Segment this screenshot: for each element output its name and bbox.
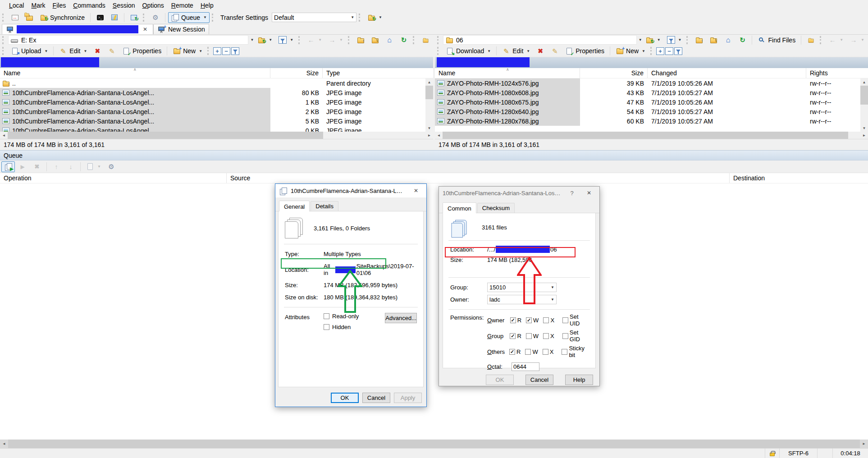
owner-write-checkbox[interactable] [526, 317, 532, 323]
readonly-checkbox[interactable] [324, 313, 329, 319]
menu-options[interactable]: Options [139, 1, 168, 10]
file-row[interactable]: ZAYO-Photo-RMH-1080x675.jpg 47 KB 7/1/20… [435, 97, 860, 107]
home-directory-button[interactable] [721, 35, 735, 46]
refresh-panel-button[interactable] [736, 35, 749, 46]
file-row[interactable]: 10thCumbreFlamenca-Adrian-Santana-LosAng… [0, 126, 425, 132]
open-in-putty-button[interactable] [108, 12, 121, 23]
column-header-destination[interactable]: Destination [730, 173, 868, 183]
toolbar-grip[interactable] [686, 36, 690, 44]
cancel-button[interactable]: Cancel [525, 375, 553, 385]
delete-button[interactable] [534, 46, 547, 56]
delete-button[interactable] [91, 46, 104, 56]
close-icon[interactable] [141, 26, 149, 33]
forward-button[interactable] [847, 35, 867, 46]
file-row[interactable]: ZAYO-Photo-RMH-1080x608.jpg 43 KB 7/1/20… [435, 88, 860, 97]
column-header-name[interactable]: Name [435, 68, 580, 78]
file-row[interactable]: 10thCumbreFlamenca-Adrian-Santana-LosAng… [0, 97, 425, 107]
queue-resume-button[interactable] [16, 161, 29, 172]
group-read-checkbox[interactable] [510, 333, 516, 339]
scroll-right-icon[interactable] [860, 440, 868, 448]
column-header-size[interactable]: Size [580, 68, 648, 78]
scrollbar-thumb[interactable] [425, 86, 433, 99]
scrollbar-thumb[interactable] [443, 132, 848, 139]
queue-toggle-button[interactable]: Queue [168, 12, 210, 23]
root-directory-button[interactable] [368, 35, 382, 46]
chevron-down-icon[interactable] [250, 38, 254, 42]
group-combo[interactable]: 15010 [487, 283, 557, 292]
selection-filter-icon[interactable] [231, 47, 239, 55]
remote-horizontal-scrollbar[interactable] [435, 132, 868, 139]
queue-preferences-button[interactable] [105, 161, 118, 172]
synchronize-browsing-button[interactable] [23, 12, 36, 23]
file-row[interactable]: 10thCumbreFlamenca-Adrian-Santana-LosAng… [0, 107, 425, 116]
unselect-files-button[interactable]: − [665, 47, 673, 55]
edit-button[interactable]: Edit [499, 46, 533, 56]
scroll-down-icon[interactable] [425, 124, 433, 132]
filter-button[interactable] [664, 35, 685, 46]
group-write-checkbox[interactable] [526, 333, 532, 339]
toolbar-grip[interactable] [143, 14, 146, 22]
file-row[interactable]: ZAYO-Photo-RMH-1024x576.jpg 39 KB 7/1/20… [435, 78, 860, 88]
group-execute-checkbox[interactable] [543, 333, 549, 339]
rename-button[interactable] [105, 46, 119, 56]
scrollbar-thumb[interactable] [8, 440, 860, 448]
protocol-cell[interactable]: SFTP-6 [780, 449, 818, 458]
session-settings-button[interactable] [365, 12, 385, 23]
octal-input[interactable] [512, 362, 539, 371]
column-header-changed[interactable]: Changed [648, 68, 806, 78]
scroll-right-icon[interactable] [425, 132, 433, 139]
ok-button[interactable]: OK [486, 375, 514, 385]
queue-move-down-button[interactable] [64, 161, 78, 172]
remote-path-label[interactable] [435, 57, 868, 68]
column-header-operation[interactable]: Operation [0, 173, 227, 183]
scroll-down-icon[interactable] [860, 124, 868, 132]
queue-list[interactable] [0, 183, 868, 440]
help-button[interactable]: Help [565, 375, 593, 385]
refresh-button[interactable] [127, 12, 141, 23]
tab-checksum[interactable]: Checksum [477, 203, 515, 213]
filter-button[interactable] [276, 35, 296, 46]
cancel-button[interactable]: Cancel [362, 393, 390, 403]
root-directory-button[interactable] [707, 35, 720, 46]
file-row[interactable]: ZAYO-Photo-RMH-1280x768.jpg 60 KB 7/1/20… [435, 116, 860, 126]
file-row[interactable]: .. Parent directory [0, 78, 425, 88]
select-files-button[interactable]: + [656, 47, 664, 55]
close-icon[interactable] [582, 187, 596, 199]
toolbar-grip[interactable] [359, 14, 362, 22]
scroll-left-icon[interactable] [435, 132, 443, 139]
apply-button[interactable]: Apply [394, 393, 422, 403]
back-button[interactable] [826, 35, 846, 46]
forward-button[interactable] [325, 35, 346, 46]
scroll-up-icon[interactable] [860, 78, 868, 86]
queue-file-button[interactable] [83, 161, 104, 172]
parent-directory-button[interactable] [692, 35, 706, 46]
queue-move-up-button[interactable] [50, 161, 63, 172]
owner-combo[interactable]: ladc [487, 295, 557, 304]
ok-button[interactable]: OK [331, 393, 359, 403]
dialog-title-bar[interactable]: 10thCumbreFlamenca-Adrian-Santana-LosAng… [439, 187, 599, 199]
toolbar-grip[interactable] [348, 36, 352, 44]
help-icon[interactable]: ? [565, 187, 579, 199]
file-row[interactable]: 10thCumbreFlamenca-Adrian-Santana-LosAng… [0, 116, 425, 126]
preferences-button[interactable] [149, 12, 162, 23]
tree-toggle-button[interactable] [419, 35, 432, 46]
hidden-checkbox[interactable] [324, 324, 329, 330]
toolbar-grip[interactable] [650, 47, 654, 55]
find-files-button[interactable]: Find Files [755, 35, 798, 46]
new-button[interactable]: New [613, 46, 648, 56]
others-write-checkbox[interactable] [525, 349, 531, 355]
select-files-button[interactable]: + [213, 47, 221, 55]
scrollbar-thumb[interactable] [8, 132, 323, 139]
remote-vertical-scrollbar[interactable] [860, 78, 868, 132]
toolbar-grip[interactable] [298, 36, 302, 44]
local-horizontal-scrollbar[interactable] [0, 132, 433, 139]
toolbar-grip[interactable] [212, 14, 215, 22]
refresh-panel-button[interactable] [397, 35, 411, 46]
swap-panels-button[interactable] [8, 12, 22, 23]
back-button[interactable] [304, 35, 324, 46]
properties-button[interactable]: Properties [562, 46, 607, 56]
open-directory-button[interactable] [255, 35, 275, 46]
toolbar-grip[interactable] [437, 36, 441, 44]
synchronize-button[interactable]: Synchronize [37, 12, 87, 23]
menu-session[interactable]: Session [109, 1, 139, 10]
